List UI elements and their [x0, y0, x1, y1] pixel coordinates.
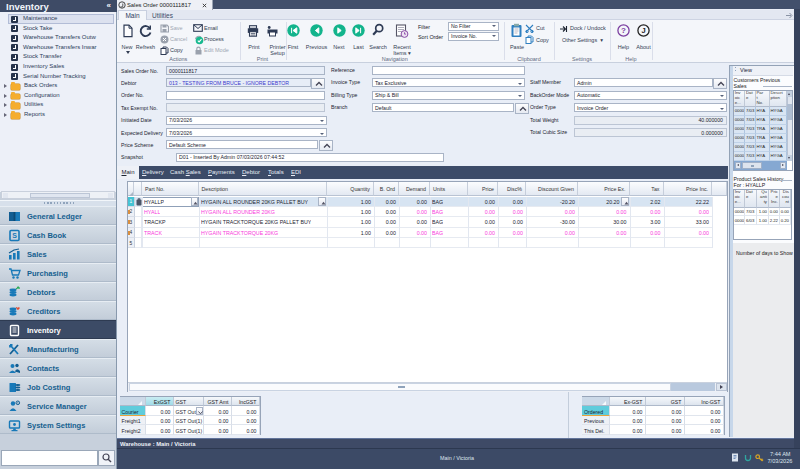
svg-text:S: S: [12, 232, 17, 239]
svg-text:J: J: [641, 26, 645, 35]
svg-text:?: ?: [621, 26, 626, 35]
